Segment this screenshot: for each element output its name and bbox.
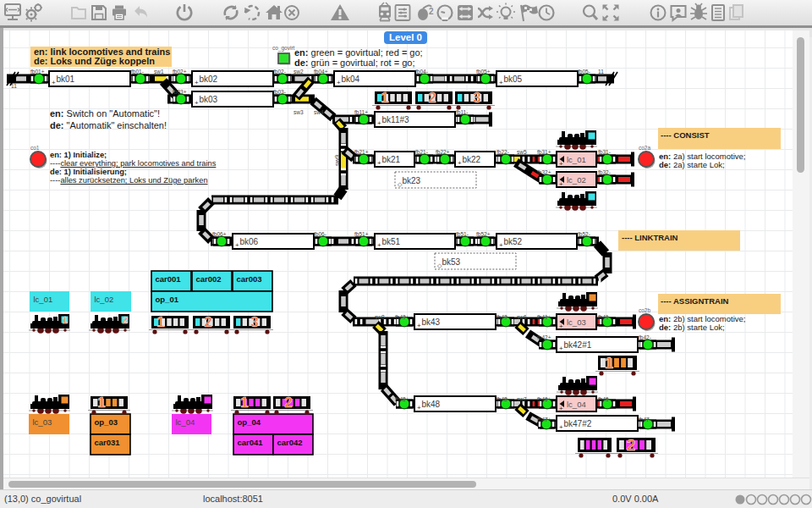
svg-text:bk06: bk06 [240,237,259,246]
svg-text:op_01: op_01 [156,295,179,304]
svg-text:car042: car042 [277,438,303,447]
svg-text:+: + [235,241,239,249]
svg-text:lc_04: lc_04 [567,400,586,409]
svg-text:sw9: sw9 [333,155,341,166]
svg-text:fb06+: fb06+ [212,231,227,237]
svg-text:+: + [559,180,563,188]
svg-text:2: 2 [204,314,211,330]
svg-text:fb03-: fb03- [273,89,286,95]
svg-text:1: 1 [97,395,105,411]
svg-text:+: + [52,79,56,86]
svg-text:bk03: bk03 [200,95,218,104]
svg-text:sw3: sw3 [294,109,304,115]
svg-text:bk53: bk53 [442,257,461,267]
svg-text:1: 1 [62,315,67,325]
svg-text:+: + [559,323,563,330]
svg-text:co2b: co2b [639,307,650,313]
svg-text:----clear everything; park loc: ----clear everything; park locomotives a… [50,159,217,168]
svg-text:de: 2a) starte Lok;: de: 2a) starte Lok; [659,160,725,169]
svg-text:11: 11 [598,69,604,75]
svg-text:car001: car001 [156,274,182,284]
svg-text:fb42-: fb42- [639,334,651,340]
svg-text:fb05-: fb05- [578,69,590,75]
svg-text:fb21-: fb21- [415,149,428,155]
svg-text:bk48: bk48 [422,400,441,409]
svg-text:+: + [499,241,503,249]
svg-text:de: 1) Initialisierung;: de: 1) Initialisierung; [50,168,127,176]
svg-text:---- ASSIGNTRAIN: ---- ASSIGNTRAIN [661,296,729,306]
svg-text:fb02-: fb02- [273,69,286,75]
svg-text:op_03: op_03 [95,417,118,427]
svg-text:sw2: sw2 [294,69,304,75]
svg-text:lc_03: lc_03 [567,318,586,327]
svg-text:+: + [559,160,563,168]
svg-text:fb02+: fb02+ [173,69,187,75]
svg-text:fb51-: fb51- [456,231,469,237]
svg-text:car002: car002 [196,274,222,284]
svg-text:fb48+: fb48+ [395,396,409,402]
svg-text:fb04-: fb04- [415,69,428,75]
svg-text:bk02: bk02 [200,75,218,84]
svg-text:lc_02: lc_02 [95,295,114,304]
svg-text:fb06-: fb06- [314,231,326,237]
svg-text:fb52+: fb52+ [476,231,491,237]
svg-text:bk01: bk01 [57,75,75,84]
svg-text:1: 1 [156,314,164,330]
svg-text:+: + [559,345,563,352]
svg-text:+: + [195,99,199,107]
svg-text:de: Loks und Züge koppeln: de: Loks und Züge koppeln [34,56,155,66]
svg-text:bk47#2: bk47#2 [564,419,592,428]
svg-text:fb48-: fb48- [497,396,509,402]
svg-text:fb32-: fb32- [598,169,611,175]
svg-text:bk05: bk05 [504,75,523,84]
svg-text:en: Switch on "Automatic"!: en: Switch on "Automatic"! [50,108,160,119]
svg-text:1: 1 [240,395,248,411]
svg-text:bk21: bk21 [382,155,401,164]
svg-text:bk51: bk51 [382,237,401,246]
svg-text:fb01-: fb01- [131,69,144,75]
svg-text:+: + [377,119,381,127]
svg-text:fb11+: fb11+ [354,109,368,115]
svg-text:◇: ◇ [437,262,442,268]
svg-text:de: "Automatik" einschalten!: de: "Automatik" einschalten! [50,120,167,130]
svg-text:1: 1 [381,90,388,106]
svg-text:lc_04: lc_04 [176,417,195,427]
svg-text:+: + [559,405,563,412]
svg-text:fb52-: fb52- [578,231,590,237]
svg-text:de: 2b) starte Lok;: de: 2b) starte Lok; [659,323,725,332]
svg-text:fb05+: fb05+ [476,69,491,75]
svg-text:fb43+: fb43+ [395,314,409,320]
svg-text:---- LINKTRAIN: ---- LINKTRAIN [622,233,678,242]
svg-text:fb21+: fb21+ [354,149,369,155]
svg-text:fb01+: fb01+ [30,69,45,75]
svg-text:+: + [417,404,421,411]
svg-text:car003: car003 [237,274,262,284]
svg-text:fb04+: fb04+ [314,69,328,75]
svg-text:fb31+: fb31+ [537,149,551,155]
svg-text:sw5: sw5 [517,149,527,155]
svg-text:fb22+: fb22+ [436,149,450,155]
svg-text:lc_01: lc_01 [34,295,53,304]
svg-text:sw8: sw8 [375,314,385,320]
svg-text:bk22: bk22 [463,155,481,164]
svg-text:fb32+: fb32+ [537,169,551,175]
svg-text:bk42#1: bk42#1 [564,340,592,350]
svg-text:fb46+: fb46+ [537,396,551,402]
svg-text:lc_03: lc_03 [33,417,52,427]
svg-text:bk52: bk52 [504,237,523,246]
svg-text:bk23: bk23 [403,176,421,185]
svg-text:2: 2 [428,90,436,106]
svg-text:co1: co1 [30,145,40,151]
svg-text:2: 2 [429,7,434,16]
svg-text:lc_01: lc_01 [567,155,586,164]
svg-text:de: grün = govirtual; rot = go: de: grün = govirtual; rot = go; [294,58,414,68]
svg-text:fb47-: fb47- [639,417,651,422]
svg-text:+: + [195,79,199,86]
svg-text:+: + [417,322,421,329]
svg-text:----alles zurücksetzen; Loks u: ----alles zurücksetzen; Loks und Züge pa… [50,176,208,185]
svg-text:sw4: sw4 [314,109,324,115]
svg-text:3: 3 [473,90,480,106]
svg-text:fb47+: fb47+ [537,417,551,422]
svg-text:bk04: bk04 [342,75,360,84]
svg-text:en: 1) Initialize;: en: 1) Initialize; [50,151,107,159]
